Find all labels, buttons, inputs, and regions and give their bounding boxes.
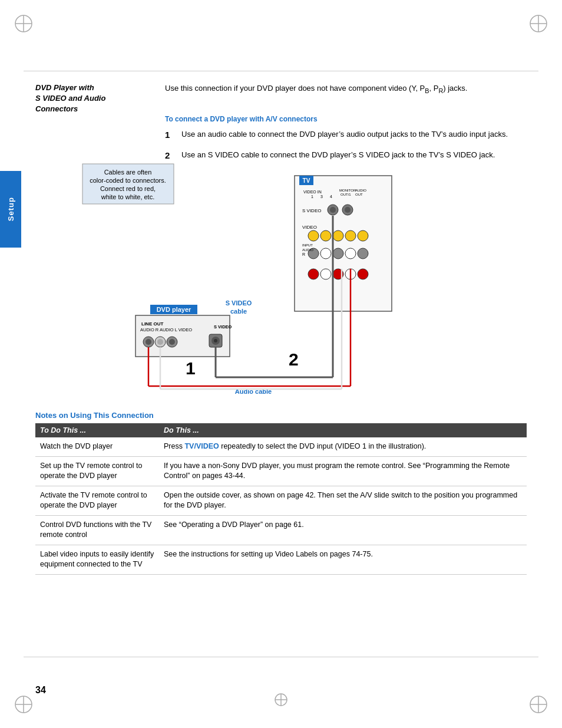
svg-text:MONITOR: MONITOR: [339, 189, 356, 192]
svg-text:2: 2: [289, 350, 299, 369]
table-cell-col2: See “Operating a DVD Player” on page 61.: [159, 515, 527, 545]
table-cell-col2: See the instructions for setting up Vide…: [159, 545, 527, 574]
table-row: Activate the TV remote control to operat…: [35, 486, 527, 515]
svg-text:AUDIO: AUDIO: [355, 189, 366, 192]
table-row: Watch the DVD playerPress TV/VIDEO repea…: [35, 437, 527, 456]
svg-point-72: [358, 269, 368, 279]
connection-subtitle: To connect a DVD player with A/V connect…: [165, 115, 527, 128]
svg-text:4: 4: [330, 195, 332, 199]
table-header-row: To Do This ... Do This ...: [35, 423, 527, 437]
connection-diagram: Cables are often color-coded to connecto…: [35, 159, 477, 395]
section-title-text: DVD Player with S VIDEO and Audio Connec…: [35, 83, 153, 115]
svg-text:AUDIO R  AUDIO L  VIDEO: AUDIO R AUDIO L VIDEO: [140, 327, 192, 332]
table-cell-col1: Label video inputs to easily identify eq…: [35, 545, 159, 574]
corner-mark-tl: [12, 12, 35, 35]
table-cell-col1: Watch the DVD player: [35, 437, 159, 456]
svg-text:S VIDEO: S VIDEO: [226, 299, 252, 307]
svg-text:S VIDEO: S VIDEO: [214, 324, 232, 330]
svg-point-57: [333, 230, 343, 241]
svg-text:1: 1: [186, 358, 196, 378]
svg-point-59: [358, 230, 368, 241]
svg-text:INPUT: INPUT: [302, 243, 313, 247]
table-row: Set up the TV remote control to operate …: [35, 456, 527, 486]
table-cell-col2: If you have a non-Sony DVD player, you m…: [159, 456, 527, 486]
svg-point-68: [308, 269, 319, 279]
svg-point-64: [358, 248, 368, 259]
setup-tab-label: Setup: [6, 197, 15, 221]
svg-text:1: 1: [311, 195, 313, 199]
svg-text:Cables are often: Cables are often: [104, 169, 152, 176]
svg-point-58: [345, 230, 356, 241]
svg-text:color-coded to connectors.: color-coded to connectors.: [90, 177, 166, 184]
svg-point-51: [330, 207, 336, 213]
svg-point-56: [320, 230, 331, 241]
svg-point-61: [320, 248, 331, 259]
step-1-text: Use an audio cable to connect the DVD pl…: [181, 129, 508, 142]
table-row: Label video inputs to easily identify eq…: [35, 545, 527, 574]
corner-mark-br: [527, 693, 550, 716]
bottom-divider: [24, 657, 538, 657]
step-1-number: 1: [165, 129, 177, 142]
svg-text:AUDIO: AUDIO: [302, 248, 313, 252]
table-cell-col2: Open the outside cover, as shown on page…: [159, 486, 527, 515]
svg-text:LINE OUT: LINE OUT: [141, 321, 163, 327]
svg-text:OUT: OUT: [355, 193, 363, 196]
notes-section: Notes on Using This Connection To Do Thi…: [35, 411, 527, 575]
table-cell-col1: Set up the TV remote control to operate …: [35, 456, 159, 486]
col2-header: Do This ...: [159, 423, 527, 437]
svg-point-25: [146, 339, 151, 345]
subtitle-text: To connect a DVD player with A/V connect…: [165, 115, 527, 123]
svg-point-29: [169, 339, 175, 345]
svg-text:VIDEO: VIDEO: [302, 225, 317, 230]
corner-mark-tr: [527, 12, 550, 35]
connection-table: To Do This ... Do This ... Watch the DVD…: [35, 423, 527, 575]
svg-point-62: [333, 248, 343, 259]
svg-point-32: [214, 339, 217, 342]
intro-text: Use this connection if your DVD player d…: [165, 83, 527, 95]
svg-text:DVD player: DVD player: [157, 306, 191, 313]
tv-video-link: TV/VIDEO: [184, 442, 219, 450]
step-1: 1 Use an audio cable to connect the DVD …: [165, 129, 527, 142]
svg-text:white to white, etc.: white to white, etc.: [101, 193, 155, 200]
svg-point-55: [308, 230, 319, 241]
bottom-center-mark: [272, 691, 290, 710]
svg-point-69: [320, 269, 331, 279]
svg-text:Connect red to red,: Connect red to red,: [100, 185, 156, 192]
svg-text:3: 3: [320, 195, 323, 199]
section-title: DVD Player with S VIDEO and Audio Connec…: [35, 83, 153, 115]
svg-text:VIDEO IN: VIDEO IN: [303, 190, 322, 194]
notes-title: Notes on Using This Connection: [35, 411, 527, 420]
table-cell-col2: Press TV/VIDEO repeatedly to select the …: [159, 437, 527, 456]
col1-header: To Do This ...: [35, 423, 159, 437]
svg-point-27: [157, 339, 163, 345]
svg-text:OUT/1: OUT/1: [340, 193, 351, 196]
svg-text:R: R: [302, 252, 305, 256]
table-cell-col1: Activate the TV remote control to operat…: [35, 486, 159, 515]
corner-mark-bl: [12, 693, 35, 716]
setup-tab: Setup: [0, 171, 21, 248]
page-number: 34: [35, 685, 46, 696]
svg-point-63: [345, 248, 356, 259]
svg-text:S VIDEO: S VIDEO: [302, 208, 321, 213]
svg-text:TV: TV: [303, 177, 310, 184]
table-cell-col1: Control DVD functions with the TV remote…: [35, 515, 159, 545]
top-divider: [24, 71, 538, 71]
svg-point-53: [345, 207, 351, 213]
svg-text:cable: cable: [230, 308, 247, 315]
table-row: Control DVD functions with the TV remote…: [35, 515, 527, 545]
